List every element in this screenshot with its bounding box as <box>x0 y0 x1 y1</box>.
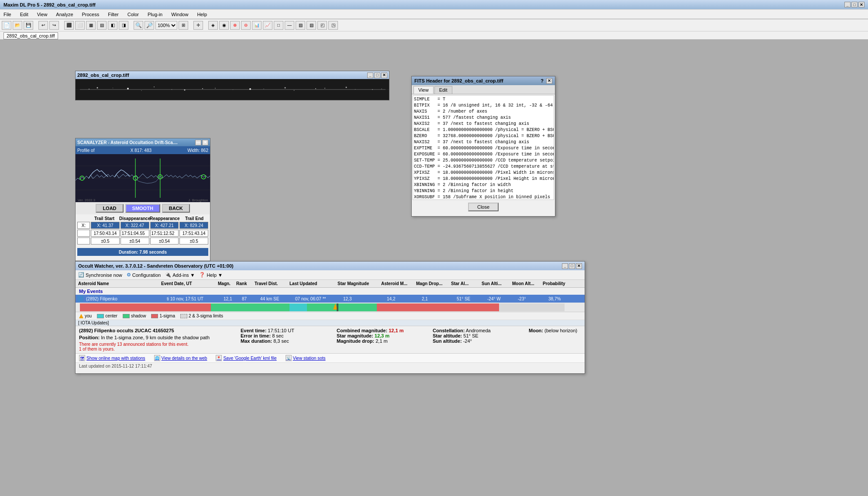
moon-row: Moon: (below horizon) <box>529 328 581 333</box>
star-mag-row: Star magnitude: 12,3 m <box>337 333 424 338</box>
shadow-bar <box>76 303 585 312</box>
help-icon: ❓ <box>199 272 205 278</box>
sync-btn[interactable]: 🔄 Synchronise now <box>78 272 122 278</box>
back-btn[interactable]: BACK <box>162 204 190 213</box>
tb2[interactable]: ⬜ <box>75 21 85 30</box>
svg-point-9 <box>315 88 316 89</box>
fits-row-1: BITPIX = 16 /8 unsigned int, 16 & 32 int… <box>414 103 553 109</box>
occult-maximize[interactable]: □ <box>569 263 575 269</box>
details-link[interactable]: 🌐 View details on the web <box>154 355 207 361</box>
position-value: In the 1-sigma zone, 9 km outside the sh… <box>101 335 210 340</box>
tb-extra1[interactable]: ◈ <box>208 21 218 30</box>
menu-view[interactable]: View <box>35 11 49 18</box>
tb-extra9[interactable]: ▨ <box>296 21 305 30</box>
tb-extra4[interactable]: ⊖ <box>241 21 251 30</box>
tb-extra6[interactable]: 📈 <box>263 21 272 30</box>
menu-process[interactable]: Process <box>80 11 101 18</box>
close-btn[interactable]: ✕ <box>858 2 865 7</box>
tb-extra3[interactable]: ⊕ <box>230 21 240 30</box>
svg-rect-37 <box>211 303 289 311</box>
fits-close-x[interactable]: ✕ <box>546 78 552 84</box>
menu-plugin[interactable]: Plug-in <box>146 11 164 18</box>
tb6[interactable]: ◨ <box>119 21 128 30</box>
svg-point-8 <box>285 87 286 89</box>
svg-rect-16 <box>172 89 172 90</box>
menu-file[interactable]: File <box>2 11 13 18</box>
fits-close-button[interactable]: Close <box>468 203 499 211</box>
svg-rect-23 <box>381 89 382 89</box>
td-rank: 87 <box>241 296 259 301</box>
fits-tab-edit[interactable]: Edit <box>434 86 452 94</box>
scan-graph[interactable]: Ver. 2022.3 J. Broughton <box>76 154 210 202</box>
crosshair-btn[interactable]: ✛ <box>193 21 203 30</box>
menu-color[interactable]: Color <box>126 11 141 18</box>
mag-drop-row: Magnitude drop: 2,1 m <box>337 338 424 344</box>
scan-x-btn[interactable]: ✕ <box>202 140 208 145</box>
open-btn[interactable]: 📂 <box>13 21 22 30</box>
occult-minimize[interactable]: _ <box>562 263 568 269</box>
undo-btn[interactable]: ↩ <box>38 21 48 30</box>
legend-shadow: shadow <box>123 313 146 318</box>
tb4[interactable]: ▤ <box>97 21 107 30</box>
occult-close[interactable]: ✕ <box>576 263 582 269</box>
new-btn[interactable]: 📄 <box>2 21 11 30</box>
event-row[interactable]: (2892) Filipenko ti 10 nov, 17:51 UT 12,… <box>76 295 585 303</box>
sots-link[interactable]: 📡 View station sots <box>286 355 326 361</box>
fits-row-5: BSCALE = 1.00000000000000000 /physical =… <box>414 127 553 133</box>
star-alt-row: Star altitude: 51° SE <box>433 333 520 338</box>
load-btn[interactable]: LOAD <box>96 204 123 213</box>
menu-edit[interactable]: Edit <box>18 11 30 18</box>
svg-text:J. Broughton: J. Broughton <box>188 198 208 202</box>
stations-note: There are currently 13 announced station… <box>79 342 232 347</box>
active-tab[interactable]: 2892_obs_cal_crop.tiff <box>3 32 58 39</box>
img-minimize[interactable]: _ <box>367 72 373 78</box>
menu-analyze[interactable]: Analyze <box>54 11 75 18</box>
tb-extra12[interactable]: ◳ <box>328 21 338 30</box>
moon-val: (below horizon) <box>544 328 577 333</box>
fits-row-16: XORGSUBF = 158 /Subframe X position in b… <box>414 194 553 200</box>
tb3[interactable]: ▦ <box>86 21 96 30</box>
reappearance-time: 17:51:12.52 <box>150 230 179 237</box>
tb-extra8[interactable]: — <box>285 21 294 30</box>
img-close[interactable]: ✕ <box>381 72 387 78</box>
tb5[interactable]: ◧ <box>108 21 117 30</box>
err-label <box>77 238 90 245</box>
help-btn[interactable]: ❓ Help ▼ <box>199 272 223 278</box>
save-btn[interactable]: 💾 <box>24 21 33 30</box>
tb-extra11[interactable]: ◰ <box>317 21 327 30</box>
config-btn[interactable]: ⚙ Configuration <box>127 272 161 278</box>
tb-extra2[interactable]: ◉ <box>219 21 229 30</box>
kml-link[interactable]: 📍 Save 'Google Earth' kml file <box>216 355 276 361</box>
th-star-mag: Star Magnitude <box>337 281 380 286</box>
svg-rect-22 <box>355 89 355 90</box>
th-rank: Rank <box>235 281 254 286</box>
zoom-in-btn[interactable]: 🔍 <box>134 21 143 30</box>
scan-close-btn[interactable]: — <box>195 140 201 145</box>
img-maximize[interactable]: □ <box>374 72 380 78</box>
menu-filter[interactable]: Filter <box>106 11 120 18</box>
menu-window[interactable]: Window <box>169 11 190 18</box>
my-events-label: My Events <box>76 288 585 295</box>
trail-end-x: X: 829.24 <box>179 222 208 229</box>
menu-help[interactable]: Help <box>195 11 209 18</box>
error-time-val: 8 sec <box>272 333 283 338</box>
fits-content[interactable]: SIMPLE = T BITPIX = 16 /8 unsigned int, … <box>413 95 554 200</box>
zoom-select[interactable]: 25% 50% 100% 200% <box>155 21 177 30</box>
trail-start-x: X: 41.37 <box>91 222 120 229</box>
tb1[interactable]: ⬛ <box>64 21 74 30</box>
addins-btn[interactable]: 🔌 Add-ins ▼ <box>165 272 195 278</box>
fit-btn[interactable]: ⊞ <box>179 21 188 30</box>
zoom-out-btn[interactable]: 🔎 <box>145 21 154 30</box>
smooth-btn[interactable]: SMOOTH <box>125 204 160 213</box>
fits-help[interactable]: ? <box>541 78 544 83</box>
minimize-btn[interactable]: _ <box>844 2 851 7</box>
td-star-mag: 12,3 <box>342 296 386 301</box>
tb-extra10[interactable]: ▧ <box>307 21 316 30</box>
tb-extra5[interactable]: 📊 <box>252 21 262 30</box>
redo-btn[interactable]: ↪ <box>49 21 59 30</box>
tb-extra7[interactable]: □ <box>274 21 283 30</box>
maximize-btn[interactable]: □ <box>851 2 858 7</box>
td-magn: 12,1 <box>223 296 241 301</box>
fits-tab-view[interactable]: View <box>413 86 434 94</box>
map-link[interactable]: 🗺 Show online map with stations <box>79 355 145 361</box>
